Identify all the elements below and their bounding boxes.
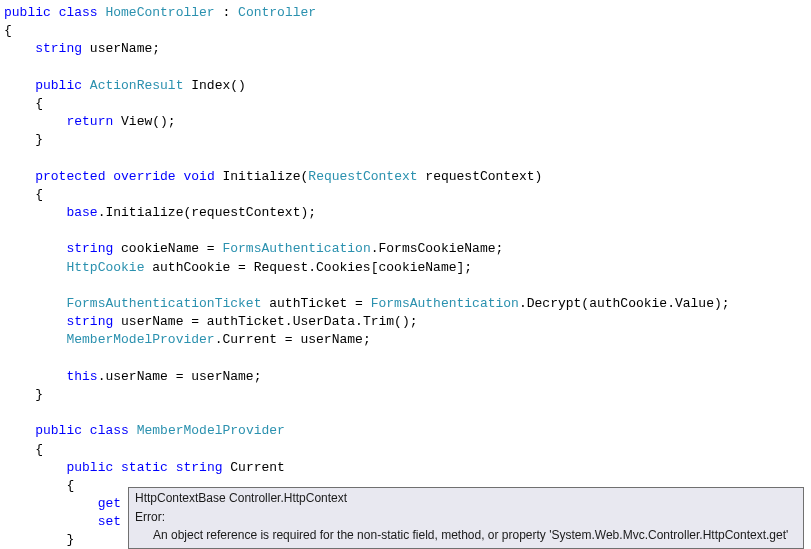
code-editor[interactable]: public class HomeController : Controller…: [4, 4, 807, 549]
tooltip-signature: HttpContextBase Controller.HttpContext: [135, 491, 347, 505]
code-line: string userName = authTicket.UserData.Tr…: [4, 313, 807, 331]
tooltip-error-message: An object reference is required for the …: [135, 527, 797, 544]
code-line: public class MemberModelProvider: [4, 422, 807, 440]
tooltip-error-label: Error:: [135, 509, 797, 526]
code-line: [4, 150, 807, 168]
code-line: {: [4, 22, 807, 40]
code-line: FormsAuthenticationTicket authTicket = F…: [4, 295, 807, 313]
code-line: base.Initialize(requestContext);: [4, 204, 807, 222]
error-tooltip: HttpContextBase Controller.HttpContext E…: [128, 487, 804, 549]
code-line: public class HomeController : Controller: [4, 4, 807, 22]
code-line: string cookieName = FormsAuthentication.…: [4, 240, 807, 258]
code-line: public ActionResult Index(): [4, 77, 807, 95]
code-line: return View();: [4, 113, 807, 131]
code-line: this.userName = userName;: [4, 368, 807, 386]
code-line: [4, 59, 807, 77]
code-line: {: [4, 441, 807, 459]
code-line: public static string Current: [4, 459, 807, 477]
code-line: {: [4, 186, 807, 204]
code-line: }: [4, 386, 807, 404]
code-line: {: [4, 95, 807, 113]
code-line: [4, 277, 807, 295]
code-line: [4, 404, 807, 422]
code-line: protected override void Initialize(Reque…: [4, 168, 807, 186]
code-line: string userName;: [4, 40, 807, 58]
code-line: MemberModelProvider.Current = userName;: [4, 331, 807, 349]
code-line: [4, 222, 807, 240]
code-line: [4, 350, 807, 368]
code-line: HttpCookie authCookie = Request.Cookies[…: [4, 259, 807, 277]
code-line: }: [4, 131, 807, 149]
